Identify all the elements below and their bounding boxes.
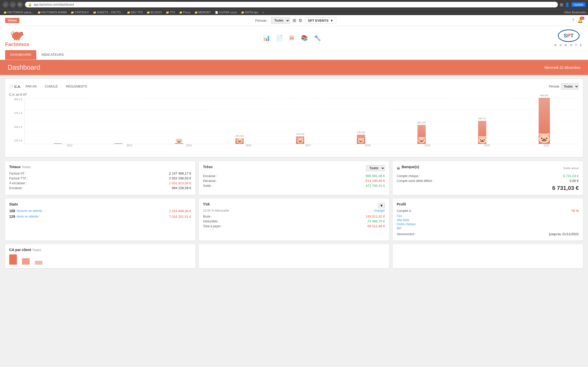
factures-value: 1 016 849,36 € [169, 209, 191, 213]
update-button[interactable]: Update [571, 2, 585, 7]
bookmark-factomos-admin[interactable]: 📁 FACTOMOS ADMIN [36, 10, 68, 14]
tab-ca-label: C.A. [14, 85, 21, 89]
x-axis-labels: 2012 2013 2014 2016 2017 2018 2019 2020 … [25, 144, 579, 147]
help-button[interactable]: ? [572, 18, 574, 23]
bookmark-memory[interactable]: 📁 MEMORY [193, 10, 212, 14]
banque-title: Banque(s) [402, 165, 419, 169]
address-bar[interactable]: 🔒 app.factomos.com/dashboard [25, 2, 558, 7]
bookmark-blogs[interactable]: 📁 BLOGS!! [145, 10, 163, 14]
solde-label: Solde : [203, 184, 212, 188]
profil-fax-link[interactable]: Fax [397, 214, 579, 218]
tab-dashboard[interactable]: DASHBOARD [5, 50, 36, 60]
tva-dropdown-btn[interactable]: ▼ [378, 203, 385, 208]
svg-rect-11 [16, 32, 18, 33]
bank-icon[interactable]: 🏛 [289, 35, 295, 41]
bookmark-dev-tfs[interactable]: 📁 DEV TFS [126, 10, 144, 14]
ca-client-bar-3 [35, 261, 42, 265]
grid-icon-button[interactable]: ⊞ [292, 18, 296, 23]
bookmark-folder-icon: 📁 [71, 11, 74, 14]
encaisse-value: 984 228,59 € [172, 186, 191, 190]
tools-icon[interactable]: 🔧 [314, 35, 321, 41]
chart-bars-area: 12 200 🐷 106 022 🐷 143 732 🐷 [25, 98, 579, 144]
bookmark-label: GUITAR cours [219, 11, 237, 14]
logo-text: Factomos [5, 41, 29, 47]
facture-ttc-label: Facturé TTC : [9, 177, 28, 180]
y-label-450: 450 k € [14, 126, 22, 128]
bookmark-label: FACTOMOS opera... [7, 11, 33, 14]
bar-chart-icon[interactable]: 📊 [263, 35, 270, 41]
bar-2017: 143 732 🐷 [296, 136, 304, 144]
svg-point-7 [23, 34, 23, 35]
bar-2018: 178 481 🐷 [357, 135, 365, 144]
books-icon[interactable]: 📚 [301, 35, 308, 41]
tab-ca[interactable]: 📄 C.A. [9, 85, 21, 89]
browser-nav-buttons: ‹ › ↻ [3, 2, 23, 8]
profil-siteweb-link[interactable]: Site Web [397, 218, 579, 222]
bookmark-label: TFS [170, 11, 175, 14]
totaux-title: Totaux Toutes [9, 165, 191, 169]
x-label-2016: 2016 [219, 144, 278, 147]
complet-row: Complet à : 78 % [397, 209, 579, 213]
totaux-card: Totaux Toutes Facturé HT : 2 147 489,17 … [5, 161, 195, 195]
brute-label: Brute : [203, 215, 212, 218]
brute-row: Brute : 143 011,62 € [203, 214, 385, 218]
devis-link[interactable]: devis en attente : [17, 215, 40, 218]
factures-link[interactable]: factures en attente : [17, 209, 44, 213]
bookmark-label: MEMORY [198, 11, 211, 14]
spt-s-letter: S [564, 33, 567, 39]
page-banner: Dashboard Mercredi 22 décembre [0, 60, 588, 75]
bookmark-station-f[interactable]: 📁 STATION F [69, 10, 91, 14]
spt-oval: S P T [558, 29, 580, 42]
bookmarks-more[interactable]: » [261, 10, 265, 14]
piggy-bank-logo [9, 29, 25, 41]
deductible-row: Déductible : 73 498,76 € [203, 219, 385, 223]
treso-dropdown[interactable]: Toutes [366, 165, 385, 171]
tab-cumule[interactable]: CUMULÉ [41, 83, 61, 90]
a-encaisser-label: À encaisser : [9, 181, 27, 185]
chart-periode-select[interactable]: Toutes [561, 83, 579, 90]
notification-badge: 33 [580, 17, 584, 20]
a-encaisser-row: À encaisser : 1 031 813,04 € [9, 181, 191, 185]
reload-button[interactable]: ↻ [17, 2, 23, 8]
bookmark-folder-icon: 📁 [195, 11, 198, 14]
bookmark-perso[interactable]: 📁 Perso [178, 10, 192, 14]
forward-button[interactable]: › [10, 2, 16, 8]
profil-card: Profil Complet à : 78 % Fax Site Web Ord… [393, 199, 583, 241]
bookmark-sheets[interactable]: 📁 SHEETS – FACTO... [92, 10, 125, 14]
bookmark-label: STATION F [75, 11, 89, 14]
tab-indicateurs[interactable]: INDICATEURS [36, 50, 69, 60]
factures-attente-row: 168 factures en attente : 1 016 849,36 € [9, 209, 191, 213]
bookmark-guitar[interactable]: 📄 GUITAR cours [213, 10, 239, 14]
back-button[interactable]: ‹ [3, 2, 9, 8]
profil-bic-link[interactable]: BIC [397, 226, 579, 230]
other-bookmarks[interactable]: Other Bookmarks [564, 11, 586, 14]
devis-attente-row: 129 devis en attente : 7 016 251,51 € [9, 214, 191, 219]
tab-reglements[interactable]: RÉGLEMENTS [62, 83, 91, 90]
bookmark-insta[interactable]: 📁 INSTA-tips [240, 10, 260, 14]
company-select-area[interactable]: SPT EVENTS ▼ [305, 17, 336, 24]
profil-ordre-cheque-link[interactable]: Ordre chèque [397, 222, 579, 226]
bar-rect-2013 [114, 143, 122, 144]
settings-icon-button[interactable]: ⚙ [298, 18, 302, 23]
card-placeholder-3 [393, 244, 583, 268]
ca-client-bar-2 [22, 258, 30, 265]
solde-value: 472 700,41 € [366, 184, 385, 188]
profile-button[interactable]: 👤 [565, 2, 570, 7]
svg-point-5 [22, 34, 24, 35]
tva-changer-link[interactable]: changer [374, 209, 385, 212]
bar-2016: 106 022 🐷 [235, 138, 244, 144]
bookmark-factomos-opera[interactable]: 📁 FACTOMOS opera... [2, 10, 35, 14]
total-payer-value: 69 512,86 € [367, 224, 385, 228]
vision-badge: Vision [5, 18, 19, 23]
bookmark-tfs[interactable]: 📁 TFS [164, 10, 177, 14]
document-icon[interactable]: 📄 [276, 35, 283, 41]
tab-par-an[interactable]: PAR AN [22, 83, 40, 90]
card-placeholder-2 [199, 244, 389, 268]
periode-dropdown[interactable]: Toutes [271, 17, 290, 24]
compte-carte-row: Compte carte débit différé : 0,00 € [397, 179, 579, 183]
bar-2019: 364 370 🐷 [417, 125, 426, 144]
extensions-button[interactable]: ⊞ [560, 2, 563, 7]
notifications-button[interactable]: 🔔 33 [577, 18, 583, 23]
chart-tabs: 📄 C.A. PAR AN CUMULÉ RÉGLEMENTS [9, 83, 91, 90]
chart-section: 📄 C.A. PAR AN CUMULÉ RÉGLEMENTS Période … [5, 79, 583, 157]
